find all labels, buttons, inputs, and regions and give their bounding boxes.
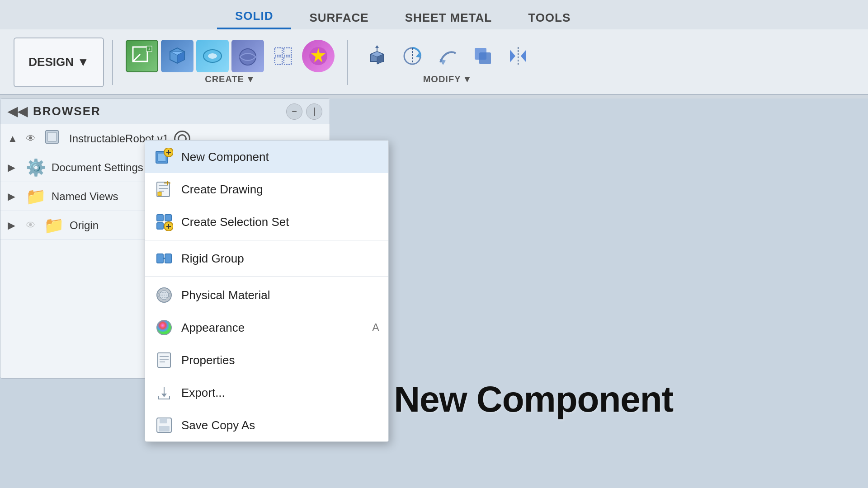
create-selection-set-label: Create Selection Set [181,215,379,229]
tab-solid[interactable]: SOLID [217,5,291,29]
fx-tool[interactable] [302,40,335,72]
new-component-label: New Component [181,150,379,164]
visibility-eye[interactable]: 👁 [26,133,38,145]
appearance-shortcut: A [372,321,379,334]
create-label-row: CREATE ▼ [205,74,255,84]
modify-group: MODIFY ▼ [356,40,539,84]
design-button[interactable]: DESIGN ▼ [14,38,104,87]
menu-export[interactable]: Export... [145,376,388,409]
svg-point-8 [208,53,217,59]
toolbar: DESIGN ▼ + [0,29,868,95]
box-tool[interactable] [161,40,193,72]
browser-menu-btn[interactable]: | [306,103,322,120]
select-tool[interactable] [267,40,299,72]
create-drawing-icon [154,179,174,199]
combine-tool[interactable] [467,40,499,72]
new-component-icon [154,147,174,167]
gear-icon: ⚙️ [26,158,46,177]
svg-marker-31 [510,50,515,62]
svg-rect-15 [275,57,282,64]
svg-rect-49 [157,223,163,229]
expand-arrow-views: ▶ [8,191,20,202]
revolve-tool[interactable] [396,40,429,72]
menu-properties[interactable]: Properties [145,344,388,376]
svg-rect-44 [158,192,161,196]
properties-icon [154,350,174,370]
menu-physical-material[interactable]: Physical Material [145,279,388,311]
save-copy-as-label: Save Copy As [181,418,379,432]
browser-collapse-btn[interactable]: ◀◀ [8,104,28,119]
create-icons: + [126,40,335,72]
context-menu: New Component Create Drawing [145,140,389,442]
toolbar-divider-1 [112,40,113,85]
wedge-tool[interactable] [196,40,229,72]
sweep-tool[interactable] [431,40,464,72]
modify-icons [361,40,534,72]
tab-row: SOLID SURFACE SHEET METAL TOOLS [0,0,868,29]
expand-arrow-origin: ▶ [8,220,20,231]
export-label: Export... [181,386,379,400]
component-icon [44,130,64,147]
menu-rigid-group[interactable]: Rigid Group [145,242,388,275]
browser-title: BROWSER [33,104,281,118]
svg-rect-47 [157,215,163,221]
folder-icon-origin: 📁 [44,216,64,235]
rigid-group-icon [154,249,174,268]
origin-label: Origin [70,219,99,232]
expand-arrow: ▲ [8,133,20,145]
physical-material-label: Physical Material [181,288,379,302]
tab-surface[interactable]: SURFACE [291,6,387,29]
svg-text:+: + [148,47,151,52]
svg-rect-48 [165,215,171,221]
menu-divider-1 [145,240,388,240]
save-copy-icon [154,415,174,435]
browser-header: ◀◀ BROWSER − | [0,99,330,124]
menu-appearance[interactable]: Appearance A [145,311,388,344]
menu-create-selection-set[interactable]: Create Selection Set [145,206,388,238]
sphere-tool[interactable] [231,40,264,72]
svg-rect-55 [165,254,171,263]
document-settings-label: Document Settings [52,161,143,174]
menu-divider-2 [145,277,388,277]
rigid-group-label: Rigid Group [181,252,379,266]
svg-rect-34 [47,132,57,141]
tab-tools[interactable]: TOOLS [510,6,589,29]
physical-material-icon [154,285,174,305]
origin-visibility[interactable]: 👁 [26,220,38,231]
extrude-tool[interactable] [361,40,393,72]
svg-rect-16 [284,57,291,64]
top-bar: SOLID SURFACE SHEET METAL TOOLS DESIGN ▼ [0,0,868,95]
selection-set-icon [154,212,174,232]
svg-rect-71 [159,426,170,432]
svg-marker-68 [161,394,167,397]
properties-label: Properties [181,353,379,367]
svg-rect-13 [275,48,282,55]
svg-marker-23 [375,45,379,48]
svg-rect-63 [158,353,170,367]
folder-icon-named: 📁 [26,187,46,206]
toolbar-divider-2 [347,40,348,85]
svg-marker-32 [521,50,526,62]
mirror-tool[interactable] [502,40,534,72]
browser-minus-btn[interactable]: − [286,103,302,120]
svg-line-1 [133,54,140,61]
export-icon [154,383,174,403]
create-group: + [121,40,339,84]
appearance-label: Appearance [181,321,365,335]
svg-rect-54 [157,254,163,263]
tab-sheet-metal[interactable]: SHEET METAL [387,6,510,29]
sketch-tool[interactable]: + [126,40,158,72]
modify-label-row: MODIFY ▼ [423,74,472,84]
browser-controls: − | [286,103,322,120]
menu-new-component[interactable]: New Component [145,141,388,173]
expand-arrow-doc: ▶ [8,162,20,174]
menu-save-copy-as[interactable]: Save Copy As [145,409,388,441]
appearance-icon [154,318,174,338]
named-views-label: Named Views [52,190,118,203]
create-drawing-label: Create Drawing [181,183,379,197]
svg-rect-29 [479,52,491,64]
menu-create-drawing[interactable]: Create Drawing [145,173,388,206]
svg-rect-14 [284,48,291,55]
svg-rect-70 [160,418,167,423]
